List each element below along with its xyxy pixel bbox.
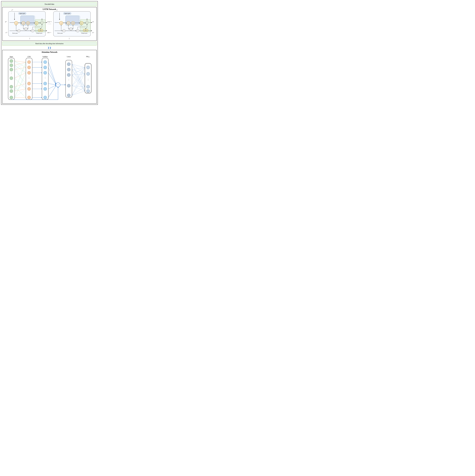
svg-point-124 <box>44 66 47 69</box>
lstm-cell-1-wrapper: h⁰ h¹ x⁰ Input gate <box>8 11 46 36</box>
svg-text:SoftMax: SoftMax <box>43 56 48 57</box>
svg-text:⋮: ⋮ <box>10 72 12 74</box>
svg-point-123 <box>44 60 47 64</box>
svg-line-199 <box>72 91 85 95</box>
svg-line-174 <box>48 84 56 85</box>
svg-point-128 <box>44 87 47 90</box>
svg-rect-79 <box>66 16 80 25</box>
svg-line-171 <box>48 62 56 84</box>
svg-point-135 <box>67 73 70 77</box>
h1-label: h¹ <box>48 21 49 23</box>
x0-label: x⁰ <box>12 9 13 11</box>
svg-text:×: × <box>25 28 26 30</box>
ct-label: /Cᵗ <box>92 32 94 34</box>
svg-point-112 <box>10 89 13 93</box>
attention-svg: Input CNN SoftMax Linear PM₂.₅ ⋮ <box>3 54 96 102</box>
svg-line-146 <box>15 62 26 65</box>
svg-point-106 <box>10 59 13 63</box>
ht-1-label: hᵗ⁻¹ <box>49 21 51 23</box>
svg-text:+: + <box>32 30 33 32</box>
svg-point-108 <box>10 68 13 71</box>
svg-text:⋮: ⋮ <box>87 79 89 81</box>
svg-rect-26 <box>35 19 46 32</box>
svg-line-197 <box>72 74 85 95</box>
svg-point-129 <box>44 96 47 99</box>
lstm-cell-1: Input gate σ f¹ <box>8 11 46 36</box>
svg-text:Output gate: Output gate <box>81 33 87 34</box>
svg-line-160 <box>15 65 26 89</box>
svg-line-183 <box>72 64 85 91</box>
svg-point-143 <box>86 85 90 88</box>
svg-rect-76 <box>80 19 91 32</box>
svg-line-159 <box>15 61 26 73</box>
svg-point-141 <box>86 72 90 75</box>
svg-point-117 <box>28 71 31 74</box>
arrow-down-2: ↓ <box>69 37 70 40</box>
lstm-section: LSTM Network h⁰ h¹ x⁰ Input gate <box>2 7 97 41</box>
svg-point-111 <box>10 85 13 88</box>
xt-label: xᵗ <box>57 9 58 11</box>
input-gate-label-1: Input gate <box>18 12 26 15</box>
svg-point-120 <box>28 87 31 90</box>
svg-line-189 <box>72 74 85 75</box>
svg-line-180 <box>72 64 85 68</box>
c0-label: C⁰ <box>6 32 7 34</box>
lstm-cell-2-wrapper: hᵗ⁻¹ hᵗ xᵗ Input gate σ fᵗ σ <box>53 11 91 36</box>
svg-point-116 <box>28 66 31 69</box>
svg-line-188 <box>72 68 85 75</box>
svg-point-133 <box>67 63 70 66</box>
svg-point-138 <box>67 94 70 97</box>
ct-1-label: Cᵗ⁻¹ <box>49 32 51 34</box>
svg-text:Output gate: Output gate <box>36 33 42 34</box>
encoded-data-bar: Encoded data <box>2 2 97 6</box>
svg-text:Input: Input <box>10 56 13 57</box>
svg-line-164 <box>15 89 26 98</box>
svg-text:+: + <box>77 30 78 32</box>
main-container: Encoded data LSTM Network h⁰ h¹ x⁰ Input… <box>1 1 98 105</box>
svg-text:Reset gate: Reset gate <box>12 33 18 34</box>
lstm-cells-container: h⁰ h¹ x⁰ Input gate <box>3 11 96 36</box>
svg-text:×: × <box>18 30 19 32</box>
svg-point-134 <box>67 68 70 71</box>
svg-text:⋮: ⋮ <box>44 77 46 79</box>
svg-text:⋮: ⋮ <box>68 79 70 81</box>
svg-text:PM₂.₅: PM₂.₅ <box>86 56 90 57</box>
svg-point-107 <box>10 64 13 67</box>
svg-line-195 <box>72 86 85 91</box>
ht-label: hᵗ <box>93 21 94 23</box>
svg-point-113 <box>10 96 13 99</box>
svg-text:×: × <box>64 30 64 32</box>
svg-point-127 <box>44 82 47 85</box>
arrow-down-1: ↓ <box>29 37 30 40</box>
attention-section: Attention Network Input CNN SoftMax Line… <box>2 50 97 104</box>
svg-point-125 <box>44 71 47 74</box>
lstm-title: LSTM Network <box>3 8 96 10</box>
svg-line-193 <box>72 74 85 86</box>
svg-line-184 <box>72 68 85 69</box>
svg-point-110 <box>10 77 13 80</box>
svg-text:×: × <box>57 84 59 86</box>
svg-text:Linear: Linear <box>67 56 71 57</box>
svg-point-121 <box>28 96 31 99</box>
svg-line-196 <box>72 68 85 95</box>
lstm-dots: · · · <box>48 22 51 25</box>
svg-text:⋮: ⋮ <box>28 77 30 79</box>
svg-line-176 <box>48 86 56 97</box>
input-gate-label-2: Input gate <box>63 12 71 15</box>
svg-line-182 <box>72 64 85 87</box>
lstm-svg-2: σ fᵗ σ iᵗ tanh Ĉᵗ × × + <box>55 13 92 35</box>
encoded-data-label: Encoded data <box>45 3 54 5</box>
h0-label: h⁰ <box>5 21 6 23</box>
lstm-cell-2: Input gate σ fᵗ σ iᵗ tanh <box>53 11 91 36</box>
lstm-down-arrows: ↓ ↓ <box>3 37 96 40</box>
svg-line-194 <box>72 86 85 87</box>
attention-title: Attention Network <box>3 51 96 53</box>
svg-line-156 <box>15 87 26 98</box>
band-data-bar: Band data after decoding time informatio… <box>2 42 97 46</box>
attention-diagram: Input CNN SoftMax Linear PM₂.₅ ⋮ <box>3 54 96 102</box>
svg-text:σ: σ <box>61 22 62 24</box>
svg-point-119 <box>28 82 31 85</box>
svg-line-175 <box>48 85 56 89</box>
svg-text:×: × <box>70 28 71 30</box>
svg-point-140 <box>86 66 90 69</box>
